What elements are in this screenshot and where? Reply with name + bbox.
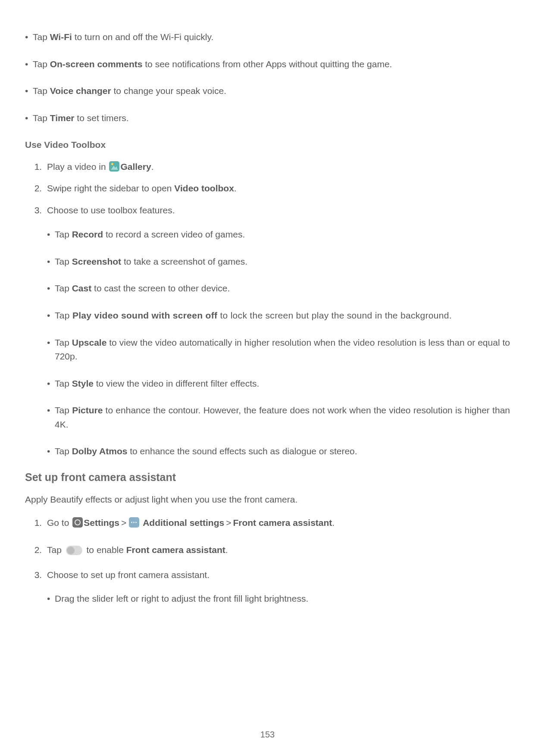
path-separator: > [224, 518, 233, 528]
text: to record a screen video of games. [103, 229, 245, 239]
text: to lock the screen but play the sound in… [217, 310, 452, 320]
text: Tap [33, 86, 50, 96]
list-item: Tap Voice changer to change your speak v… [25, 84, 510, 98]
list-item: Tap Style to view the video in different… [47, 377, 510, 391]
bold-term: Style [72, 378, 94, 388]
list-item: Tap Upscale to view the video automatica… [47, 336, 510, 364]
step-item: Choose to set up front camera assistant.… [44, 568, 510, 606]
text: Swipe right the sidebar to open [47, 183, 174, 193]
top-bullet-list: Tap Wi-Fi to turn on and off the Wi-Fi q… [25, 30, 510, 125]
text: to set timers. [75, 113, 129, 123]
text: to view the video in different filter ef… [94, 378, 259, 388]
toolbox-feature-list: Tap Record to record a screen video of g… [47, 228, 510, 458]
bold-term: Play video sound with screen off [72, 310, 217, 320]
list-item: Tap Cast to cast the screen to other dev… [47, 281, 510, 296]
heading-use-video-toolbox: Use Video Toolbox [25, 138, 510, 152]
text: Tap [55, 405, 72, 415]
bold-term: Additional settings [143, 518, 224, 528]
gallery-icon [109, 161, 119, 172]
bold-term: Upscale [72, 337, 107, 347]
step-item: Choose to use toolbox features. Tap Reco… [44, 203, 510, 459]
list-item: Tap Screenshot to take a screenshot of g… [47, 255, 510, 269]
text: Tap [33, 32, 50, 42]
text: Tap [55, 283, 72, 293]
text: to take a screenshot of games. [121, 256, 247, 266]
bold-term: Picture [72, 405, 103, 415]
text: to enhance the sound effects such as dia… [127, 446, 357, 456]
heading-front-camera-assistant: Set up front camera assistant [25, 469, 510, 486]
text: to change your speak voice. [111, 86, 226, 96]
additional-settings-icon [129, 517, 139, 528]
text: . [234, 183, 237, 193]
step-item: Play a video in Gallery. [44, 160, 510, 174]
toggle-icon [66, 546, 82, 555]
front-camera-sub-list: Drag the slider left or right to adjust … [47, 592, 510, 606]
text: Tap [47, 545, 64, 555]
path-separator: > [119, 518, 128, 528]
bold-term: Front camera assistant [126, 545, 225, 555]
text: Tap [33, 113, 50, 123]
text: to enable [84, 545, 126, 555]
settings-icon [72, 517, 83, 528]
list-item: Tap On-screen comments to see notificati… [25, 57, 510, 72]
text: . [151, 162, 154, 172]
list-item: Tap Wi-Fi to turn on and off the Wi-Fi q… [25, 30, 510, 44]
bold-term: Cast [72, 283, 92, 293]
text: Tap [55, 378, 72, 388]
bold-term: Voice changer [50, 86, 111, 96]
text: . [332, 518, 335, 528]
text: Choose to set up front camera assistant. [47, 570, 210, 580]
list-item: Tap Play video sound with screen off to … [47, 309, 510, 323]
list-item: Tap Dolby Atmos to enhance the sound eff… [47, 444, 510, 459]
text: to see notifications from other Apps wit… [142, 59, 392, 69]
list-item: Tap Record to record a screen video of g… [47, 228, 510, 242]
list-item: Tap Timer to set timers. [25, 111, 510, 125]
video-toolbox-steps: Play a video in Gallery. Swipe right the… [25, 160, 510, 459]
intro-text: Apply Beautify effects or adjust light w… [25, 493, 510, 507]
bold-term: Gallery [120, 162, 151, 172]
bold-term: Screenshot [72, 256, 121, 266]
text: Tap [55, 446, 72, 456]
text: Go to [47, 518, 72, 528]
text: Play a video in [47, 162, 108, 172]
text: Tap [55, 256, 72, 266]
page-number: 153 [0, 728, 535, 741]
step-item: Swipe right the sidebar to open Video to… [44, 181, 510, 196]
text: Drag the slider left or right to adjust … [55, 594, 308, 603]
text: to view the video automatically in highe… [55, 337, 510, 362]
list-item: Drag the slider left or right to adjust … [47, 592, 510, 606]
bold-term: Dolby Atmos [72, 446, 128, 456]
text: to cast the screen to other device. [91, 283, 230, 293]
text: Tap [55, 229, 72, 239]
document-page: Tap Wi-Fi to turn on and off the Wi-Fi q… [0, 0, 535, 756]
bold-term: Settings [84, 518, 119, 528]
bold-term: Timer [50, 113, 75, 123]
list-item: Tap Picture to enhance the contour. Howe… [47, 403, 510, 431]
bold-term: Video toolbox [174, 183, 234, 193]
text: to enhance the contour. However, the fea… [55, 405, 510, 429]
text: Tap [55, 310, 72, 320]
text: to turn on and off the Wi-Fi quickly. [72, 32, 213, 42]
front-camera-steps: Go to Settings> Additional settings>Fron… [25, 516, 510, 606]
text: . [225, 545, 228, 555]
step-item: Tap to enable Front camera assistant. [44, 543, 510, 557]
bold-term: On-screen comments [50, 59, 143, 69]
step-item: Go to Settings> Additional settings>Fron… [44, 516, 510, 530]
bold-term: Record [72, 229, 103, 239]
text: Tap [55, 337, 72, 347]
bold-term: Front camera assistant [233, 518, 332, 528]
text: Tap [33, 59, 50, 69]
text: Choose to use toolbox features. [47, 205, 175, 215]
bold-term: Wi-Fi [50, 32, 72, 42]
